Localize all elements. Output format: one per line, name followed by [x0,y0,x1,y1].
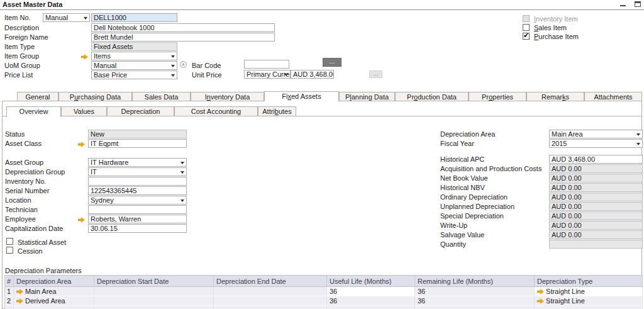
end-date-cell[interactable] [214,287,327,296]
subtab-cost-accounting[interactable]: Cost Accounting [174,106,258,116]
browse-button-secondary[interactable]: ... [369,70,382,78]
item-no-mode-select[interactable]: Manual [43,13,90,22]
bar-code-input[interactable] [244,60,289,69]
asset-group-select[interactable]: IT Hardware [88,158,187,167]
item-type-label: Item Type [4,43,35,51]
depreciation-area-cell[interactable]: Main Area [14,287,94,296]
row-num-cell[interactable]: 2 [4,296,14,306]
tab-properties[interactable]: Properties [469,92,526,101]
asset-group-label: Asset Group [5,159,43,167]
tab-fixed-assets[interactable]: Fixed Assets [264,91,339,101]
subtab-attributes[interactable]: Attributes [258,106,296,116]
minimize-icon[interactable] [620,5,626,6]
tab-inventory-data[interactable]: Inventory Data [191,92,264,101]
net-book-value-label: Net Book Value [440,174,488,183]
foreign-name-input[interactable]: Brett Mundel [91,33,275,42]
write-up-field: AUD 0.00 [549,221,643,230]
historical-apc-input[interactable]: AUD 3,468.00 [549,155,643,164]
row-num-cell[interactable]: 1 [4,287,14,296]
depreciation-type-cell[interactable] [535,306,643,309]
chevron-down-icon [636,143,640,145]
price-list-select[interactable]: Base Price [91,70,177,79]
uom-definition-icon[interactable] [180,61,187,68]
employee-label: Employee [5,215,36,223]
item-group-select[interactable]: Items [91,52,177,60]
link-arrow-icon[interactable] [78,216,85,223]
remaining-life-cell[interactable]: 36 [415,296,535,306]
link-arrow-icon[interactable] [81,53,88,60]
remaining-life-cell[interactable] [415,306,535,309]
useful-life-cell[interactable]: 36 [327,296,415,306]
inventory-no-input[interactable] [88,177,187,186]
tab-remarks[interactable]: Remarks [526,92,584,101]
depreciation-parameters-title: Depreciation Parameters [5,267,82,275]
item-no-input[interactable]: DELL1000 [91,13,177,22]
chevron-down-icon [84,17,87,20]
fiscal-year-select[interactable]: 2015 [549,139,643,148]
technician-input[interactable] [88,205,187,214]
acquisition-costs-field: AUD 0.00 [549,164,643,173]
link-arrow-icon[interactable] [78,140,85,148]
chevron-down-icon [171,74,175,77]
depreciation-type-cell[interactable]: Straight Line [535,296,643,306]
row-num-cell[interactable] [4,306,14,309]
statistical-asset-checkbox[interactable] [6,238,13,245]
asset-class-input[interactable]: IT Eqpmt [88,139,187,148]
uom-group-select[interactable]: Manual [91,61,177,70]
asset-master-data-window: Asset Master Data Item No. Manual DELL10… [0,0,644,309]
employee-input[interactable]: Roberts, Warren [88,215,187,223]
tab-production-data[interactable]: Production Data [395,92,469,101]
bar-code-label: Bar Code [192,62,221,70]
asset-class-label: Asset Class [5,140,42,148]
quantity-label: Quantity [440,240,466,249]
end-date-cell[interactable] [214,296,327,306]
tab-general[interactable]: General [17,92,58,101]
start-date-cell[interactable] [94,287,214,296]
price-list-label: Price List [4,71,33,79]
cession-checkbox[interactable] [6,247,13,254]
subtab-values[interactable]: Values [61,106,107,116]
serial-number-input[interactable]: 122543365445 [88,186,187,195]
subtab-depreciation[interactable]: Depreciation [107,106,174,116]
unit-price-currency-select[interactable]: Primary Curre [244,70,291,79]
foreign-name-label: Foreign Name [4,33,48,42]
start-date-cell[interactable] [94,296,214,306]
depreciation-area-select[interactable]: Main Area [549,130,643,138]
depreciation-area-cell[interactable]: Derived Area [14,296,94,306]
depreciation-area-label: Depreciation Area [440,130,495,138]
depreciation-type-cell[interactable]: Straight Line [535,287,643,296]
tab-purchasing-data[interactable]: Purchasing Data [58,92,132,101]
column-header-remaining-life: Remaining Life (Months) [415,275,535,287]
start-date-cell[interactable] [94,306,214,309]
browse-button[interactable]: ... [323,58,341,67]
end-date-cell[interactable] [214,306,327,309]
depreciation-area-cell[interactable] [14,306,94,309]
inventory-no-label: Inventory No. [5,177,46,186]
useful-life-cell[interactable] [327,306,415,309]
write-up-label: Write-Up [440,222,467,230]
unit-price-input[interactable]: AUD 3,468.00 [291,70,334,79]
description-input[interactable]: Dell Notebook 1000 [91,23,275,32]
restore-icon[interactable] [635,1,641,7]
location-select[interactable]: Sydney [88,196,187,205]
subtab-overview[interactable]: Overview [6,106,61,117]
fiscal-year-label: Fiscal Year [440,140,474,148]
tab-planning-data[interactable]: Planning Data [339,92,395,101]
depreciation-group-select[interactable]: IT [88,167,187,176]
link-arrow-icon [537,289,544,295]
remaining-life-cell[interactable]: 36 [415,287,535,296]
sales-item-checkbox[interactable] [523,24,530,31]
statistical-asset-label: Statistical Asset [18,239,66,247]
tab-sales-data[interactable]: Sales Data [132,92,191,101]
useful-life-cell[interactable]: 36 [327,287,415,296]
item-no-label: Item No. [4,14,31,22]
capitalization-date-input[interactable]: 30.06.15 [88,224,187,233]
tab-attachments[interactable]: Attachments [584,92,642,101]
purchase-item-checkbox[interactable] [523,33,530,40]
capitalization-date-label: Capitalization Date [5,225,63,233]
chevron-down-icon [171,65,175,67]
chevron-down-icon [171,55,175,58]
unplanned-depreciation-label: Unplanned Depreciation [440,203,514,211]
column-header-start-date: Depreciation Start Date [94,275,214,287]
item-type-field: Fixed Assets [91,42,177,51]
